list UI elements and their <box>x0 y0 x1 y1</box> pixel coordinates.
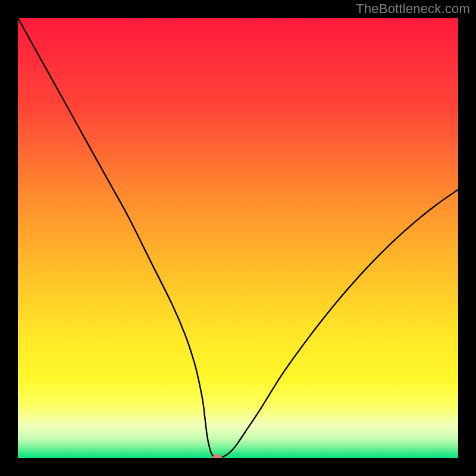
gradient-background <box>18 18 458 458</box>
chart-frame: TheBottleneck.com <box>0 0 476 476</box>
bottleneck-chart <box>18 18 458 458</box>
plot-area <box>18 18 458 458</box>
watermark-text: TheBottleneck.com <box>356 1 470 17</box>
